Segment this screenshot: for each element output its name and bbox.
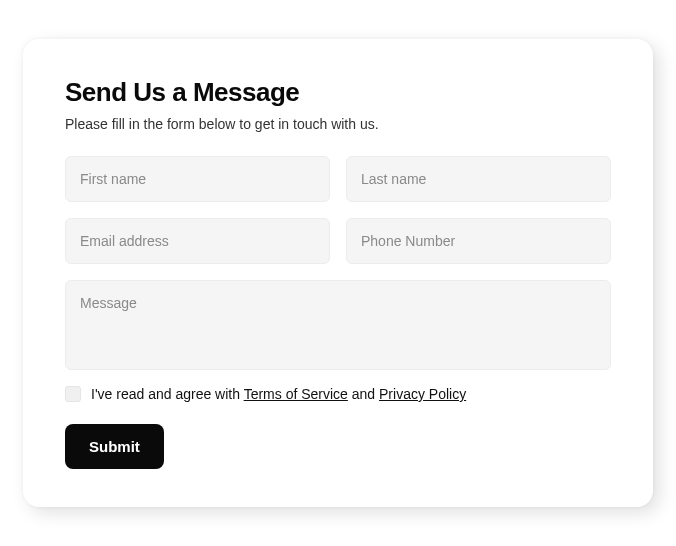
message-field[interactable]: [65, 280, 611, 370]
form-title: Send Us a Message: [65, 77, 611, 108]
privacy-link[interactable]: Privacy Policy: [379, 386, 466, 402]
contact-row: [65, 218, 611, 264]
submit-button[interactable]: Submit: [65, 424, 164, 469]
phone-field[interactable]: [346, 218, 611, 264]
form-subtitle: Please fill in the form below to get in …: [65, 116, 611, 132]
first-name-field[interactable]: [65, 156, 330, 202]
consent-prefix: I've read and agree with: [91, 386, 244, 402]
name-row: [65, 156, 611, 202]
consent-middle: and: [348, 386, 379, 402]
terms-link[interactable]: Terms of Service: [244, 386, 348, 402]
contact-form-card: Send Us a Message Please fill in the for…: [23, 39, 653, 507]
message-row: [65, 280, 611, 370]
consent-row: I've read and agree with Terms of Servic…: [65, 386, 611, 402]
consent-checkbox[interactable]: [65, 386, 81, 402]
email-field[interactable]: [65, 218, 330, 264]
consent-text: I've read and agree with Terms of Servic…: [91, 386, 466, 402]
last-name-field[interactable]: [346, 156, 611, 202]
